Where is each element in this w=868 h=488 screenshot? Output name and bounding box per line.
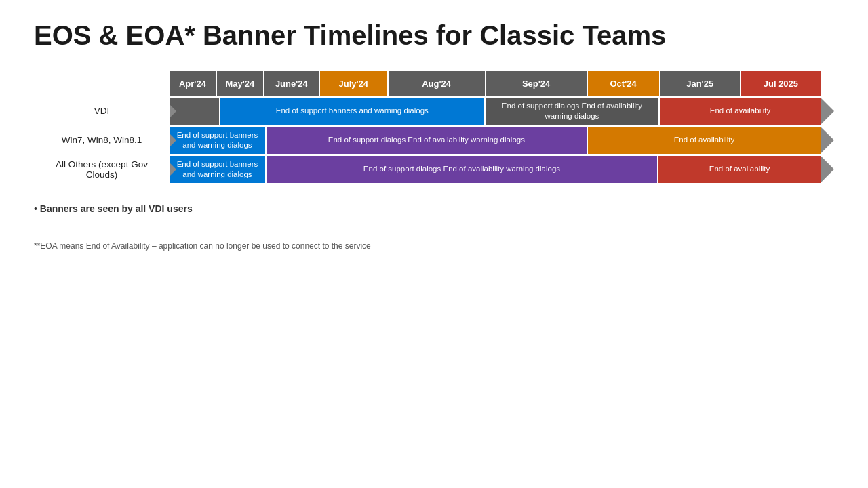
row-label-0: VDI [34, 98, 170, 125]
cell-1-2: End of availability [588, 127, 821, 154]
header-cell-jan-25: Jan'25 [660, 71, 740, 96]
cell-0-1: End of support banners and warning dialo… [220, 98, 484, 125]
row-cells-1: End of support banners and warning dialo… [170, 127, 821, 154]
header-cell-sep-24: Sep'24 [486, 71, 587, 96]
cell-2-1: End of support dialogs End of availabili… [267, 156, 657, 183]
page-title: EOS & EOA* Banner Timelines for Classic … [34, 20, 834, 51]
header-cell-aug-24: Aug'24 [389, 71, 485, 96]
cell-2-2: End of availability [658, 156, 821, 183]
timeline-row-0: VDIEnd of support banners and warning di… [34, 98, 821, 125]
cell-0-3: End of availability [660, 98, 821, 125]
timeline-table: Apr'24May'24June'24July'24Aug'24Sep'24Oc… [34, 71, 834, 183]
header-cell-jul-2025: Jul 2025 [741, 71, 821, 96]
header-cell-apr-24: Apr'24 [170, 71, 216, 96]
header-cell-july-24: July'24 [320, 71, 387, 96]
cell-0-2: End of support dialogs End of availabili… [486, 98, 658, 125]
row-cells-0: End of support banners and warning dialo… [170, 98, 821, 125]
note: • Banners are seen by all VDI users [34, 203, 834, 214]
row-label-1: Win7, Win8, Win8.1 [34, 127, 170, 154]
row-cells-2: End of support banners and warning dialo… [170, 156, 821, 183]
footnote: **EOA means End of Availability – applic… [34, 241, 834, 251]
cell-2-0: End of support banners and warning dialo… [170, 156, 265, 183]
timeline-row-1: Win7, Win8, Win8.1End of support banners… [34, 127, 821, 154]
timeline-header: Apr'24May'24June'24July'24Aug'24Sep'24Oc… [170, 71, 821, 96]
cell-0-0 [170, 98, 219, 125]
timeline-row-2: All Others (except Gov Clouds)End of sup… [34, 156, 821, 183]
header-cell-june-24: June'24 [264, 71, 319, 96]
header-cell-may-24: May'24 [217, 71, 263, 96]
cell-1-1: End of support dialogs End of availabili… [267, 127, 587, 154]
header-cell-oct-24: Oct'24 [588, 71, 659, 96]
row-label-2: All Others (except Gov Clouds) [34, 156, 170, 183]
cell-1-0: End of support banners and warning dialo… [170, 127, 265, 154]
